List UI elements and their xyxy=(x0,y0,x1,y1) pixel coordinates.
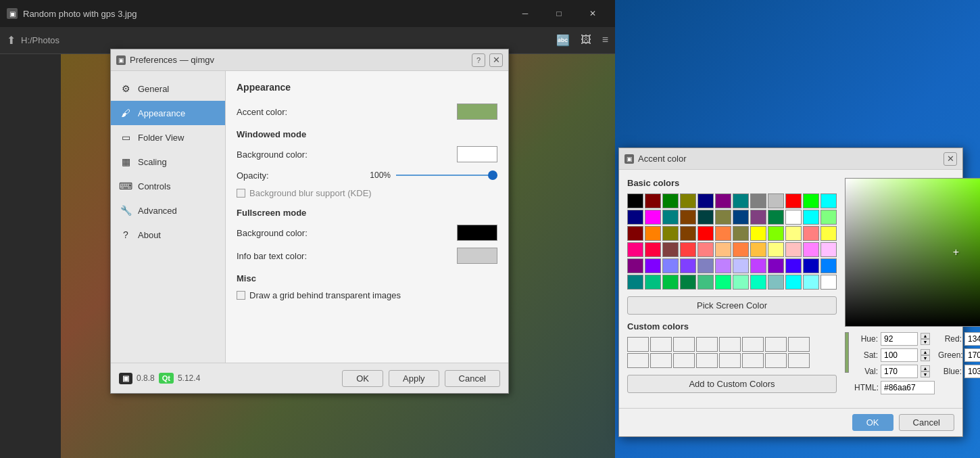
grid-checkbox[interactable] xyxy=(237,291,245,300)
hue-up-btn[interactable]: ▲ xyxy=(921,333,930,339)
nav-item-controls[interactable]: ⌨ Controls xyxy=(111,174,225,198)
basic-color-cell-7[interactable] xyxy=(750,193,766,208)
basic-color-cell-34[interactable] xyxy=(803,226,819,241)
custom-cell-4[interactable] xyxy=(696,337,718,352)
info-bar-color-swatch[interactable] xyxy=(457,248,497,264)
bg-close-btn[interactable]: ✕ xyxy=(577,3,608,24)
nav-item-about[interactable]: ? About xyxy=(111,223,225,247)
basic-color-cell-43[interactable] xyxy=(750,242,766,257)
upload-icon[interactable]: ⬆ xyxy=(7,34,16,47)
custom-cell-13[interactable] xyxy=(719,353,741,368)
basic-color-cell-57[interactable] xyxy=(785,258,802,273)
basic-color-cell-29[interactable] xyxy=(715,226,731,241)
basic-color-cell-49[interactable] xyxy=(645,258,661,273)
basic-color-cell-22[interactable] xyxy=(803,210,819,225)
custom-cell-9[interactable] xyxy=(627,353,649,368)
html-input[interactable] xyxy=(881,381,935,394)
ok-button[interactable]: OK xyxy=(342,370,383,387)
basic-color-cell-16[interactable] xyxy=(697,210,714,225)
custom-cell-14[interactable] xyxy=(742,353,764,368)
nav-item-general[interactable]: ⚙ General xyxy=(111,76,225,101)
custom-cell-1[interactable] xyxy=(627,337,649,352)
basic-color-cell-6[interactable] xyxy=(733,193,749,208)
cp-gradient-picker[interactable]: + xyxy=(845,178,980,327)
basic-color-cell-30[interactable] xyxy=(733,226,749,241)
basic-color-cell-35[interactable] xyxy=(820,226,837,241)
basic-color-cell-58[interactable] xyxy=(803,258,819,273)
pref-help-btn[interactable]: ? xyxy=(472,53,485,67)
cp-ok-btn[interactable]: OK xyxy=(852,414,893,431)
basic-color-cell-41[interactable] xyxy=(715,242,731,257)
basic-color-cell-3[interactable] xyxy=(680,193,696,208)
basic-color-cell-70[interactable] xyxy=(803,275,819,290)
basic-color-cell-39[interactable] xyxy=(680,242,696,257)
sat-up-btn[interactable]: ▲ xyxy=(921,349,930,355)
basic-color-cell-24[interactable] xyxy=(627,226,643,241)
hue-down-btn[interactable]: ▼ xyxy=(921,339,930,345)
basic-color-cell-44[interactable] xyxy=(768,242,784,257)
fs-bg-color-swatch[interactable] xyxy=(457,225,497,241)
basic-color-cell-62[interactable] xyxy=(662,275,679,290)
basic-color-cell-46[interactable] xyxy=(803,242,819,257)
pick-screen-btn[interactable]: Pick Screen Color xyxy=(627,296,837,315)
slider-thumb[interactable] xyxy=(488,170,497,180)
basic-color-cell-1[interactable] xyxy=(645,193,661,208)
basic-color-cell-12[interactable] xyxy=(627,210,643,225)
basic-color-cell-55[interactable] xyxy=(750,258,766,273)
custom-cell-7[interactable] xyxy=(765,337,787,352)
hue-input[interactable] xyxy=(881,332,918,346)
basic-color-cell-4[interactable] xyxy=(697,193,714,208)
basic-color-cell-11[interactable] xyxy=(820,193,837,208)
basic-color-cell-71[interactable] xyxy=(820,275,837,290)
basic-color-cell-17[interactable] xyxy=(715,210,731,225)
custom-cell-12[interactable] xyxy=(696,353,718,368)
basic-color-cell-5[interactable] xyxy=(715,193,731,208)
red-input[interactable] xyxy=(964,332,980,346)
basic-color-cell-0[interactable] xyxy=(627,193,643,208)
add-custom-colors-btn[interactable]: Add to Custom Colors xyxy=(627,375,837,393)
sort-icon[interactable]: 🔤 xyxy=(556,34,570,47)
basic-color-cell-20[interactable] xyxy=(768,210,784,225)
basic-color-cell-15[interactable] xyxy=(680,210,696,225)
basic-color-cell-25[interactable] xyxy=(645,226,661,241)
basic-color-cell-32[interactable] xyxy=(768,226,784,241)
image-icon[interactable]: 🖼 xyxy=(581,34,591,47)
basic-color-cell-13[interactable] xyxy=(645,210,661,225)
accent-color-swatch[interactable] xyxy=(457,104,497,120)
basic-color-cell-56[interactable] xyxy=(768,258,784,273)
basic-color-cell-48[interactable] xyxy=(627,258,643,273)
apply-button[interactable]: Apply xyxy=(389,370,439,387)
cp-cancel-btn[interactable]: Cancel xyxy=(899,414,954,431)
basic-color-cell-36[interactable] xyxy=(627,242,643,257)
basic-color-cell-40[interactable] xyxy=(697,242,714,257)
opacity-slider[interactable] xyxy=(396,169,497,181)
val-input[interactable] xyxy=(881,365,918,378)
val-down-btn[interactable]: ▼ xyxy=(921,371,930,377)
basic-color-cell-69[interactable] xyxy=(785,275,802,290)
basic-color-cell-26[interactable] xyxy=(662,226,679,241)
nav-item-scaling[interactable]: ▦ Scaling xyxy=(111,150,225,174)
custom-cell-8[interactable] xyxy=(788,337,810,352)
custom-cell-16[interactable] xyxy=(788,353,810,368)
basic-color-cell-14[interactable] xyxy=(662,210,679,225)
pref-close-btn[interactable]: ✕ xyxy=(489,53,503,67)
basic-color-cell-28[interactable] xyxy=(697,226,714,241)
custom-cell-11[interactable] xyxy=(673,353,695,368)
basic-color-cell-52[interactable] xyxy=(697,258,714,273)
basic-color-cell-19[interactable] xyxy=(750,210,766,225)
basic-color-cell-37[interactable] xyxy=(645,242,661,257)
cancel-button[interactable]: Cancel xyxy=(445,370,500,387)
basic-color-cell-60[interactable] xyxy=(627,275,643,290)
basic-color-cell-31[interactable] xyxy=(750,226,766,241)
cp-close-btn[interactable]: ✕ xyxy=(944,152,957,166)
nav-item-folder-view[interactable]: ▭ Folder View xyxy=(111,125,225,150)
basic-color-cell-67[interactable] xyxy=(750,275,766,290)
custom-cell-10[interactable] xyxy=(650,353,672,368)
basic-color-cell-68[interactable] xyxy=(768,275,784,290)
custom-cell-3[interactable] xyxy=(673,337,695,352)
basic-color-cell-23[interactable] xyxy=(820,210,837,225)
sat-input[interactable] xyxy=(881,348,918,362)
bg-color-swatch[interactable] xyxy=(457,146,497,162)
custom-cell-15[interactable] xyxy=(765,353,787,368)
basic-color-cell-54[interactable] xyxy=(733,258,749,273)
